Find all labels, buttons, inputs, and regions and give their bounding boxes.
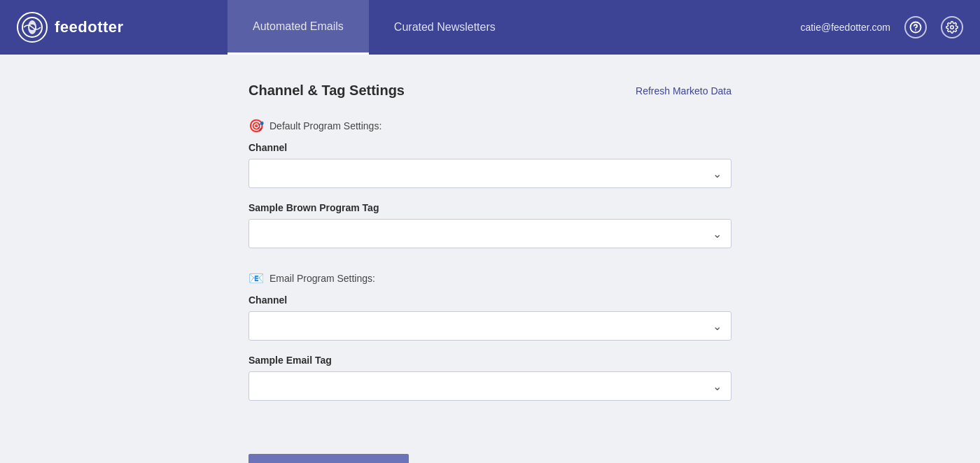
default-tag-label: Sample Brown Program Tag	[248, 202, 732, 213]
default-program-icon: 🎯	[248, 118, 264, 134]
logo-text: feedotter	[55, 18, 124, 36]
default-tag-select-wrapper: ⌄	[248, 219, 732, 248]
user-email: catie@feedotter.com	[800, 22, 890, 33]
email-program-label-text: Email Program Settings:	[270, 273, 375, 284]
default-channel-select[interactable]	[248, 159, 732, 188]
email-program-icon: 📧	[248, 271, 264, 286]
feedotter-logo-icon	[17, 12, 48, 43]
default-tag-select[interactable]	[248, 219, 732, 248]
default-program-label-text: Default Program Settings:	[270, 120, 382, 131]
email-tag-label: Sample Email Tag	[248, 355, 732, 366]
settings-button[interactable]	[941, 16, 963, 38]
section-header: Channel & Tag Settings Refresh Marketo D…	[248, 83, 732, 99]
default-program-label: 🎯 Default Program Settings:	[248, 118, 732, 134]
header: feedotter Automated Emails Curated Newsl…	[0, 0, 980, 55]
gear-icon	[946, 21, 958, 34]
tab-automated-emails-label: Automated Emails	[253, 20, 344, 33]
email-channel-label: Channel	[248, 294, 732, 306]
email-program-label: 📧 Email Program Settings:	[248, 271, 732, 286]
email-channel-select[interactable]	[248, 311, 732, 341]
email-channel-select-wrapper: ⌄	[248, 311, 732, 341]
main-content: Channel & Tag Settings Refresh Marketo D…	[0, 55, 980, 463]
nav-tabs: Automated Emails Curated Newsletters	[227, 0, 783, 55]
refresh-marketo-link[interactable]: Refresh Marketo Data	[636, 85, 732, 97]
default-program-settings: 🎯 Default Program Settings: Channel ⌄ Sa…	[248, 118, 732, 248]
tab-automated-emails[interactable]: Automated Emails	[227, 0, 369, 55]
email-tag-select[interactable]	[248, 371, 732, 401]
email-tag-select-wrapper: ⌄	[248, 371, 732, 401]
logo-area: feedotter	[0, 12, 227, 43]
header-right: catie@feedotter.com	[783, 16, 980, 38]
default-channel-select-wrapper: ⌄	[248, 159, 732, 188]
svg-point-6	[951, 26, 954, 29]
default-channel-label: Channel	[248, 142, 732, 153]
email-program-settings: 📧 Email Program Settings: Channel ⌄ Samp…	[248, 271, 732, 401]
tab-curated-newsletters[interactable]: Curated Newsletters	[369, 0, 521, 55]
tab-curated-newsletters-label: Curated Newsletters	[394, 21, 496, 34]
help-button[interactable]	[904, 16, 927, 38]
section-title: Channel & Tag Settings	[248, 83, 405, 99]
help-icon	[909, 21, 922, 34]
activate-campaign-button[interactable]: ACTIVATE CAMPAIGN	[248, 454, 409, 463]
